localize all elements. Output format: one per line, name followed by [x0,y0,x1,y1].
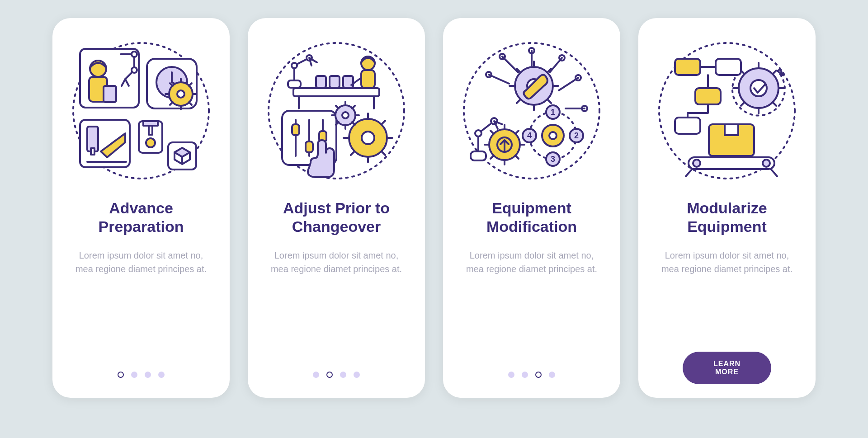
worker-at-desk-icon [293,57,379,108]
pagination-dot[interactable] [549,372,555,378]
svg-point-42 [342,112,349,118]
pagination-dot-active[interactable] [326,372,333,378]
svg-point-30 [292,63,297,68]
svg-point-64 [475,130,481,137]
svg-point-10 [177,90,184,98]
pagination-dot-active[interactable] [118,372,124,378]
svg-rect-13 [91,148,94,155]
svg-rect-28 [361,70,375,88]
svg-rect-24 [316,76,326,88]
svg-rect-29 [288,80,301,88]
svg-text:1: 1 [551,108,555,117]
learn-more-button[interactable]: LEARN MORE [683,352,771,384]
pagination-dots [508,372,555,378]
cnc-machine-icon [80,120,130,167]
svg-rect-69 [675,59,700,75]
svg-rect-77 [689,157,774,169]
pagination-dots [118,372,165,378]
card-title: Advance Preparation [99,199,184,236]
svg-point-18 [146,138,155,147]
pagination-dot[interactable] [354,372,360,378]
pagination-dot[interactable] [313,372,319,378]
onboarding-card: Advance Preparation Lorem ipsum dolor si… [52,18,230,398]
pagination-dot[interactable] [145,372,151,378]
svg-point-40 [362,132,374,144]
onboarding-row: Advance Preparation Lorem ipsum dolor si… [27,18,841,398]
svg-rect-26 [343,76,353,88]
pagination-dots [313,372,360,378]
card-description: Lorem ipsum dolor sit amet no, mea regio… [656,249,797,276]
pagination-dot-active[interactable] [535,372,542,378]
worker-icon [80,49,139,108]
svg-rect-63 [471,151,486,160]
box-icon [168,142,196,170]
svg-point-78 [693,160,700,167]
svg-point-62 [549,132,557,139]
advance-preparation-illustration [71,41,211,181]
pagination-dot[interactable] [158,372,165,378]
svg-rect-71 [695,88,721,104]
svg-point-5 [132,52,137,57]
card-title: Modularize Equipment [687,199,767,236]
gear-check-icon [732,63,785,116]
adjust-changeover-illustration [266,41,406,181]
gear-wrench-icon [509,61,558,110]
svg-point-79 [763,160,770,167]
equipment-modification-illustration: 1 2 3 4 [462,41,602,181]
card-title: Equipment Modification [486,199,577,236]
svg-rect-72 [675,118,700,134]
numbered-cycle-icon: 1 2 3 4 [523,105,583,166]
onboarding-card: 1 2 3 4 Eq [443,18,620,398]
card-description: Lorem ipsum dolor sit amet no, mea regio… [266,249,407,276]
svg-text:4: 4 [527,131,532,140]
svg-point-74 [750,80,767,96]
svg-rect-4 [104,86,116,102]
gear-up-icon [485,125,524,165]
flowchart-icon [675,59,741,134]
card-description: Lorem ipsum dolor sit amet no, mea regio… [71,249,212,276]
clock-gear-icon [147,59,197,109]
pagination-dot[interactable] [508,372,514,378]
svg-text:2: 2 [574,131,579,140]
svg-point-6 [132,67,137,73]
onboarding-card: Modularize Equipment Lorem ipsum dolor s… [638,18,816,398]
onboarding-card: Adjust Prior to Changeover Lorem ipsum d… [248,18,425,398]
svg-rect-76 [725,124,738,135]
pagination-dot[interactable] [522,372,528,378]
card-title: Adjust Prior to Changeover [283,199,390,236]
3d-printer-icon [139,121,162,153]
svg-rect-70 [716,59,741,75]
svg-rect-25 [330,76,340,88]
robot-arm-icon [288,55,317,88]
modularize-equipment-illustration [657,41,797,181]
svg-line-80 [686,169,692,176]
svg-rect-17 [149,126,152,135]
pagination-dot[interactable] [340,372,346,378]
svg-line-81 [771,169,777,176]
pagination-dot[interactable] [131,372,137,378]
svg-rect-36 [292,124,299,135]
svg-rect-21 [293,88,379,96]
svg-rect-37 [306,141,313,152]
svg-text:3: 3 [551,155,555,164]
gear-icon [332,102,359,129]
card-description: Lorem ipsum dolor sit amet no, mea regio… [461,249,602,276]
